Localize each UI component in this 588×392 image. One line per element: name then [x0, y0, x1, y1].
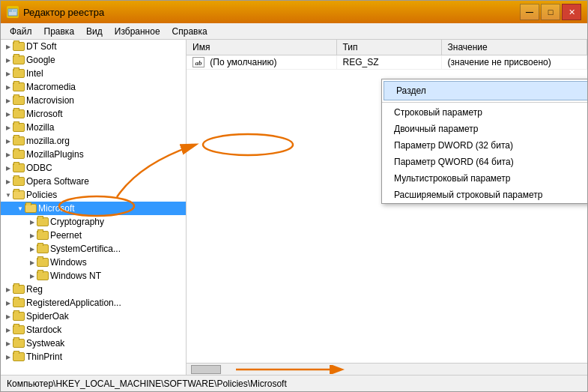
tree-item-mozillaorg[interactable]: ▶ mozilla.org	[1, 134, 186, 148]
tree-item-stardock[interactable]: ▶ Stardock	[1, 323, 186, 337]
horizontal-scrollbar[interactable]	[187, 363, 587, 375]
expand-arrow[interactable]: ▶	[28, 244, 37, 253]
context-menu-qword[interactable]: Параметр QWORD (64 бита)	[382, 154, 587, 170]
reg-value-cell: (значение не присвоено)	[441, 55, 587, 69]
expand-arrow[interactable]: ▶	[28, 231, 37, 240]
expand-arrow[interactable]: ▶	[28, 271, 37, 280]
table-row[interactable]: ab (По умолчанию) REG_SZ (значение не пр…	[187, 55, 587, 69]
context-menu-razdel[interactable]: Раздел	[384, 81, 587, 100]
folder-icon	[37, 217, 49, 226]
folder-icon	[37, 258, 49, 267]
folder-icon	[13, 163, 25, 172]
tree-label: DT Soft	[26, 41, 56, 52]
folder-icon	[13, 339, 25, 348]
tree-item-opera[interactable]: ▶ Opera Software	[1, 175, 186, 188]
minimize-button[interactable]: ─	[520, 4, 539, 20]
tree-label: Cryptography	[50, 217, 104, 227]
folder-icon	[13, 325, 25, 334]
main-window: Редактор реестра ─ □ ✕ Файл Правка Вид И…	[0, 0, 588, 392]
menu-help[interactable]: Справка	[166, 25, 213, 38]
tree-label: Intel	[26, 68, 43, 79]
tree-item-macromedia[interactable]: ▶ Macromedia	[1, 80, 186, 94]
expand-arrow[interactable]: ▶	[28, 217, 37, 226]
tree-item-peernet[interactable]: ▶ Peernet	[1, 229, 186, 242]
tree-item-microsoft-policies[interactable]: ▼ Microsoft	[1, 202, 186, 215]
expand-arrow[interactable]: ▶	[4, 150, 13, 159]
col-type: Тип	[336, 40, 441, 55]
tree-label: Systweak	[26, 338, 64, 349]
tree-label: Policies	[26, 190, 57, 200]
expand-arrow[interactable]: ▶	[4, 339, 13, 348]
context-menu-string[interactable]: Строковый параметр	[382, 104, 587, 121]
folder-icon	[13, 136, 25, 145]
expand-arrow[interactable]: ▶	[4, 96, 13, 105]
expand-arrow[interactable]: ▶	[4, 55, 13, 64]
folder-icon	[13, 285, 25, 294]
expand-arrow[interactable]: ▶	[4, 298, 13, 307]
expand-arrow[interactable]: ▶	[4, 325, 13, 334]
menu-view[interactable]: Вид	[80, 25, 109, 38]
tree-item-policies[interactable]: ▼ Policies	[1, 188, 186, 202]
expand-arrow[interactable]: ▶	[4, 312, 13, 321]
tree-item-regapps[interactable]: ▶ RegisteredApplication...	[1, 296, 186, 310]
expand-arrow[interactable]: ▶	[4, 82, 13, 91]
context-menu-binary[interactable]: Двоичный параметр	[382, 121, 587, 137]
tree-item-windows[interactable]: ▶ Windows	[1, 256, 186, 269]
menu-item-label: Строковый параметр	[394, 107, 482, 118]
reg-name-cell: ab (По умолчанию)	[187, 55, 336, 69]
tree-label: Macrovision	[26, 95, 74, 106]
folder-icon	[13, 312, 25, 321]
expand-arrow[interactable]: ▼	[4, 190, 13, 199]
tree-item-odbc[interactable]: ▶ ODBC	[1, 161, 186, 175]
tree-item-spideroak[interactable]: ▶ SpiderOak	[1, 310, 186, 323]
tree-item-mozilla[interactable]: ▶ Mozilla	[1, 121, 186, 134]
expand-arrow[interactable]: ▶	[4, 285, 13, 294]
tree-item-windowsnt[interactable]: ▶ Windows NT	[1, 269, 186, 283]
close-button[interactable]: ✕	[562, 4, 581, 20]
expand-arrow[interactable]: ▶	[4, 163, 13, 172]
menu-favorites[interactable]: Избранное	[109, 25, 166, 38]
tree-label: Macromedia	[26, 82, 76, 92]
folder-icon	[13, 109, 25, 118]
tree-label: Windows NT	[50, 271, 101, 281]
menu-edit[interactable]: Правка	[38, 25, 81, 38]
expand-arrow[interactable]: ▶	[28, 258, 37, 267]
context-menu-dword[interactable]: Параметр DWORD (32 бита)	[382, 137, 587, 154]
tree-item-dtsoft[interactable]: ▶ DT Soft	[1, 40, 186, 53]
expand-arrow[interactable]: ▶	[4, 123, 13, 132]
expand-arrow[interactable]: ▶	[4, 42, 13, 51]
context-menu-expandstring[interactable]: Расширяемый строковый параметр	[382, 187, 587, 203]
main-content: ▶ DT Soft ▶ Google ▶ Intel ▶ Macromedia	[1, 40, 587, 375]
tree-label: Reg	[26, 284, 43, 295]
tree-item-cryptography[interactable]: ▶ Cryptography	[1, 215, 186, 229]
tree-item-microsoft-top[interactable]: ▶ Microsoft	[1, 107, 186, 121]
folder-icon	[13, 55, 25, 64]
tree-item-systemcert[interactable]: ▶ SystemCertifica...	[1, 242, 186, 256]
expand-arrow[interactable]: ▶	[4, 109, 13, 118]
expand-arrow[interactable]: ▶	[4, 352, 13, 361]
tree-label: Google	[26, 55, 55, 65]
maximize-button[interactable]: □	[541, 4, 560, 20]
col-value: Значение	[441, 40, 587, 55]
expand-arrow[interactable]: ▶	[4, 177, 13, 186]
tree-item-systweak[interactable]: ▶ Systweak	[1, 337, 186, 350]
tree-item-thinprint[interactable]: ▶ ThinPrint	[1, 350, 186, 364]
tree-item-macrovision[interactable]: ▶ Macrovision	[1, 94, 186, 107]
h-scroll-thumb[interactable]	[191, 365, 221, 374]
tree-label: SystemCertifica...	[50, 244, 121, 254]
expand-arrow[interactable]: ▼	[16, 204, 25, 213]
context-menu-multistring[interactable]: Мультистроковый параметр	[382, 170, 587, 187]
folder-icon	[13, 42, 25, 51]
tree-item-google[interactable]: ▶ Google	[1, 53, 186, 67]
tree-item-mozillaplugins[interactable]: ▶ MozillaPlugins	[1, 148, 186, 161]
folder-icon	[13, 82, 25, 91]
tree-label: ThinPrint	[26, 352, 62, 362]
expand-arrow[interactable]: ▶	[4, 69, 13, 78]
tree-panel: ▶ DT Soft ▶ Google ▶ Intel ▶ Macromedia	[1, 40, 187, 375]
razdel-label: Раздел	[396, 85, 426, 96]
expand-arrow[interactable]: ▶	[4, 136, 13, 145]
menu-item-label: Мультистроковый параметр	[394, 173, 511, 184]
menu-file[interactable]: Файл	[4, 25, 38, 38]
tree-item-reg[interactable]: ▶ Reg	[1, 283, 186, 296]
tree-item-intel[interactable]: ▶ Intel	[1, 67, 186, 80]
